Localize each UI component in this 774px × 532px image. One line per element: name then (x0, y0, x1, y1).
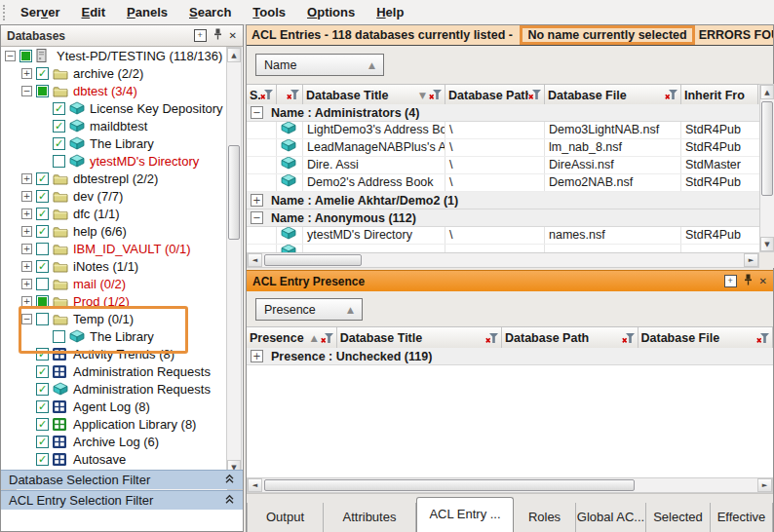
expand-icon[interactable]: + (21, 191, 32, 202)
tree-item-agent-log[interactable]: ✓Agent Log (8) (1, 398, 243, 415)
expand-icon[interactable]: + (21, 68, 32, 79)
tab-global-ac[interactable]: Global AC... (576, 503, 646, 532)
checkbox-on[interactable]: ✓ (53, 137, 65, 150)
group-by-presence-selector[interactable]: Presence ▲ (255, 298, 363, 321)
collapse-icon[interactable]: − (21, 314, 32, 324)
table-row[interactable]: ytestMD's Directory\names.nsfStdR4Pub (247, 227, 759, 245)
tree-item-license-key-depository[interactable]: ✓License Key Depository (1, 99, 243, 117)
table-row[interactable]: LightDemo3's Address Bo...\Demo3LightNAB… (247, 122, 759, 139)
filter-icon[interactable] (321, 333, 333, 344)
acl-entry-selection-filter-bar[interactable]: ACL Entry Selection Filter (1, 490, 243, 510)
tree-item-help[interactable]: +✓help (6/6) (1, 222, 243, 240)
tab-roles[interactable]: Roles (514, 503, 576, 532)
maximize-panel-icon[interactable]: + (194, 29, 207, 42)
tree-item-archive-log[interactable]: ✓Archive Log (6) (1, 433, 243, 450)
scrollbar-thumb[interactable] (228, 145, 240, 240)
collapse-icon[interactable]: − (5, 51, 16, 61)
tree-item-dbtest[interactable]: −dbtest (3/4) (1, 82, 243, 99)
close-icon[interactable]: ✕ (759, 276, 767, 286)
checkbox-off[interactable] (36, 313, 49, 325)
checkbox-on[interactable]: ✓ (36, 436, 49, 448)
checkbox-on[interactable]: ✓ (36, 418, 49, 431)
column-header-database-path[interactable]: Database Path (445, 85, 545, 105)
table-row-partial[interactable] (247, 245, 759, 252)
tab-attributes[interactable]: Attributes (324, 503, 416, 532)
tab-acl-entry[interactable]: ACL Entry ... (416, 497, 514, 532)
checkbox-on[interactable]: ✓ (53, 120, 65, 133)
tree-item-mail[interactable]: +mail (0/2) (1, 275, 243, 292)
checkbox-partial[interactable] (19, 50, 32, 62)
expand-icon[interactable]: + (21, 226, 32, 237)
group-row-name-amelie-akhtar-demo2-1[interactable]: +Name : Amelie Akhtar/Demo2 (1) (247, 192, 759, 209)
tab-output[interactable]: Output (247, 503, 324, 532)
checkbox-off[interactable] (53, 155, 65, 168)
column-header-database-title[interactable]: Database Title▼ (303, 85, 445, 105)
checkbox-on[interactable]: ✓ (36, 453, 49, 466)
collapse-chevron-icon[interactable] (224, 473, 235, 487)
checkbox-off[interactable] (36, 278, 49, 290)
group-by-name-selector[interactable]: Name ▲ (255, 54, 384, 76)
column-header-database-path[interactable]: Database Path (502, 327, 638, 349)
checkbox-on[interactable]: ✓ (36, 400, 49, 413)
column-header-icon[interactable] (277, 85, 303, 105)
scrollbar-track[interactable] (227, 62, 241, 460)
table-row[interactable]: LeadManageNABPlus's A...\lm_nab_8.nsfStd… (247, 139, 759, 157)
expand-icon[interactable]: + (21, 173, 32, 184)
checkbox-off[interactable] (36, 243, 49, 255)
tree-item-temp[interactable]: −Temp (0/1) (1, 310, 243, 327)
tree-item-administration-requests[interactable]: ✓Administration Requests (1, 380, 243, 398)
group-row-presence-unchecked-119[interactable]: +Presence : Unchecked (119) (247, 348, 773, 365)
menu-search[interactable]: Search (178, 5, 242, 19)
menu-server[interactable]: Server (10, 5, 71, 19)
checkbox-partial[interactable] (36, 85, 49, 97)
menu-tools[interactable]: Tools (242, 5, 296, 19)
checkbox-on[interactable]: ✓ (36, 365, 49, 378)
tree-item-dfc[interactable]: +✓dfc (1/1) (1, 205, 243, 222)
expand-icon[interactable]: + (21, 209, 32, 219)
tree-item-dbtestrepl[interactable]: +✓dbtestrepl (2/2) (1, 170, 243, 187)
group-row-name-anonymous-112[interactable]: −Name : Anonymous (112) (247, 209, 759, 227)
menu-panels[interactable]: Panels (116, 5, 178, 19)
pin-icon[interactable] (213, 28, 222, 43)
tree-item-ytest-pd-testing[interactable]: −Ytest-PD/TESTING (118/136) (1, 47, 243, 64)
column-header-database-title[interactable]: Database Title (337, 327, 502, 349)
presence-horizontal-scrollbar[interactable]: ◄ ► (247, 477, 773, 493)
menu-options[interactable]: Options (296, 5, 366, 19)
group-row-name-administrators-4[interactable]: −Name : Administrators (4) (247, 104, 759, 122)
tree-item-dev[interactable]: +✓dev (7/7) (1, 187, 243, 205)
checkbox-on[interactable]: ✓ (36, 383, 49, 396)
scrollbar-track[interactable] (262, 478, 757, 492)
expand-icon[interactable]: + (251, 194, 263, 207)
scroll-up-icon[interactable]: ▲ (227, 48, 241, 62)
checkbox-on[interactable]: ✓ (36, 67, 49, 80)
tree-item-administration-requests[interactable]: ✓Administration Requests (1, 362, 243, 380)
checkbox-on[interactable]: ✓ (36, 172, 49, 185)
checkbox-on[interactable]: ✓ (36, 190, 49, 203)
filter-icon[interactable] (528, 90, 541, 100)
checkbox-on[interactable]: ✓ (36, 208, 49, 220)
tree-item-inotes[interactable]: +✓iNotes (1/1) (1, 257, 243, 275)
filter-icon[interactable] (485, 333, 498, 344)
maximize-panel-icon[interactable]: + (724, 275, 737, 287)
filter-icon[interactable] (756, 333, 769, 344)
tree-item-the-library[interactable]: The Library (1, 327, 243, 345)
tree-item-ytestmd-s-directory[interactable]: ytestMD's Directory (1, 152, 243, 170)
menu-help[interactable]: Help (366, 5, 414, 19)
column-header-database-file[interactable]: Database File (545, 85, 681, 105)
scroll-down-icon[interactable]: ▼ (760, 237, 774, 251)
tree-item-autosave[interactable]: ✓Autosave (1, 450, 243, 468)
collapse-chevron-icon[interactable] (224, 493, 235, 508)
column-header-presence[interactable]: Presence▲ (247, 327, 337, 349)
collapse-icon[interactable]: − (251, 211, 263, 224)
tree-item-activity-trends[interactable]: ✓Activity Trends (8) (1, 345, 243, 362)
tree-item-archive[interactable]: +✓archive (2/2) (1, 64, 243, 82)
acl-vertical-scrollbar[interactable]: ▲ ▼ (759, 84, 774, 252)
table-row[interactable]: Demo2's Address Book\Demo2NAB.nsfStdR4Pu… (247, 174, 759, 192)
tab-selected-a[interactable]: Selected A... (646, 503, 711, 532)
expand-icon[interactable]: + (21, 244, 32, 254)
expand-icon[interactable]: + (21, 279, 32, 289)
acl-horizontal-scrollbar[interactable]: ◄ ► (247, 252, 759, 268)
tree-item-maildbtest[interactable]: ✓maildbtest (1, 117, 243, 134)
close-icon[interactable]: ✕ (229, 30, 237, 41)
scroll-right-icon[interactable]: ► (757, 478, 772, 492)
